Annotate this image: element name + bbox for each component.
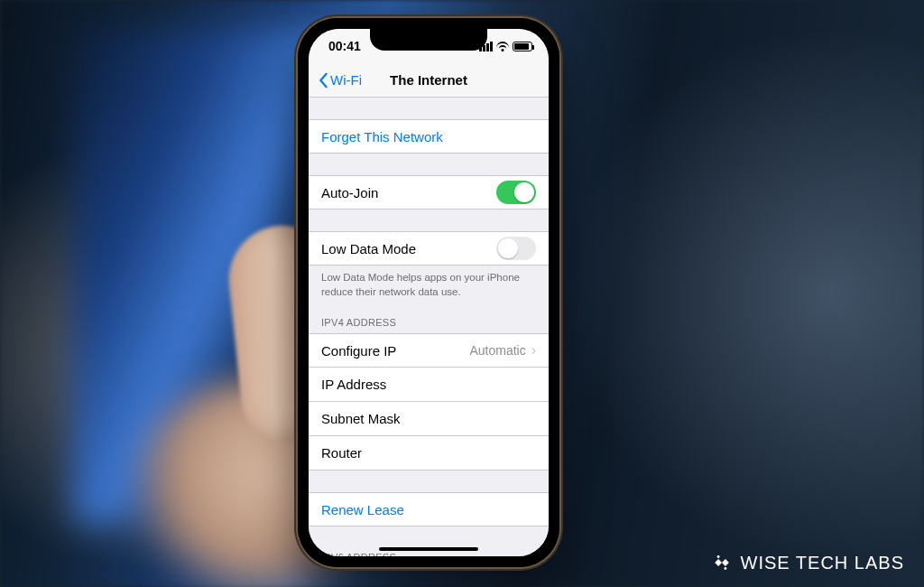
auto-join-toggle[interactable] <box>496 181 536 204</box>
auto-join-row[interactable]: Auto-Join <box>309 175 549 210</box>
renew-lease-button[interactable]: Renew Lease <box>309 492 549 526</box>
low-data-mode-toggle[interactable] <box>496 237 536 260</box>
configure-ip-row[interactable]: Configure IP Automatic› <box>309 333 549 368</box>
low-data-mode-note: Low Data Mode helps apps on your iPhone … <box>309 266 549 301</box>
low-data-mode-row[interactable]: Low Data Mode <box>309 231 549 266</box>
router-ipv4-row: Router <box>309 436 549 471</box>
back-button[interactable]: Wi-Fi <box>318 72 362 89</box>
subnet-mask-label: Subnet Mask <box>321 411 401 426</box>
watermark-text: WISE TECH LABS <box>741 553 904 573</box>
settings-list[interactable]: Forget This Network Auto-Join Low Data M… <box>309 98 549 556</box>
subnet-mask-row: Subnet Mask <box>309 402 549 436</box>
ip-address-row: IP Address <box>309 368 549 402</box>
low-data-mode-label: Low Data Mode <box>321 241 416 256</box>
back-label: Wi-Fi <box>330 72 362 88</box>
forget-network-button[interactable]: Forget This Network <box>309 119 549 154</box>
status-time: 00:41 <box>328 39 361 53</box>
chevron-right-icon: › <box>531 343 536 358</box>
configure-ip-label: Configure IP <box>321 343 396 359</box>
chevron-left-icon <box>318 72 328 89</box>
screen: 00:41 Wi-Fi The Internet Forget This Net… <box>309 29 549 556</box>
ipv4-section-header: IPV4 ADDRESS <box>309 313 549 333</box>
iphone-frame: 00:41 Wi-Fi The Internet Forget This Net… <box>298 18 559 567</box>
svg-point-0 <box>716 555 719 558</box>
svg-point-1 <box>724 567 726 570</box>
battery-icon <box>513 42 532 51</box>
nav-bar: Wi-Fi The Internet <box>309 63 549 98</box>
auto-join-label: Auto-Join <box>321 185 378 200</box>
watermark: WISE TECH LABS <box>710 551 904 574</box>
router-ipv4-label: Router <box>321 445 362 461</box>
wise-tech-labs-logo-icon <box>710 551 734 574</box>
configure-ip-value: Automatic <box>469 343 525 358</box>
home-indicator[interactable] <box>379 547 478 551</box>
wifi-icon <box>496 42 509 51</box>
ip-address-label: IP Address <box>321 377 386 392</box>
notch <box>370 29 487 51</box>
